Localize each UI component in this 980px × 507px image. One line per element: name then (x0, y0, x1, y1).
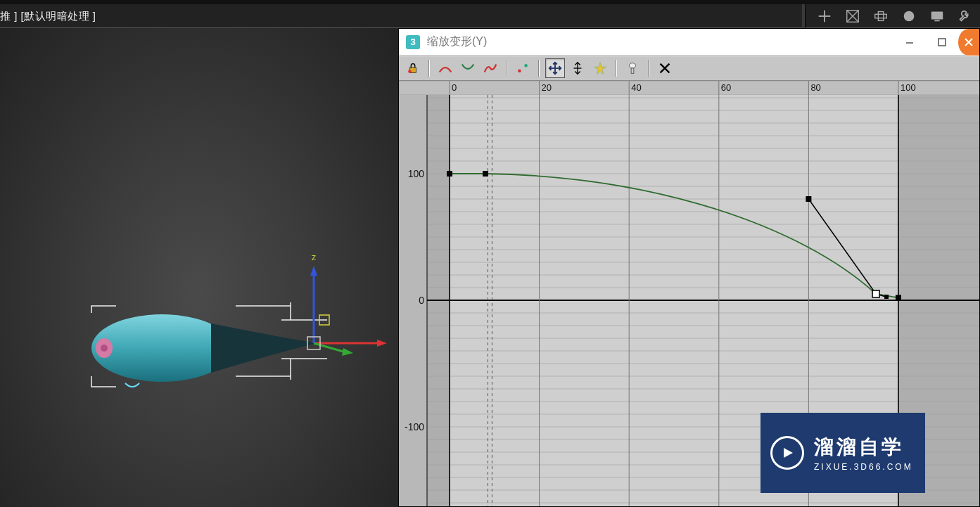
y-tick-label: 0 (419, 295, 424, 306)
svg-point-5 (904, 11, 915, 21)
x-tick-label: 20 (542, 82, 552, 93)
sphere-icon[interactable] (900, 7, 918, 25)
add-icon[interactable] (815, 7, 834, 25)
app-icon: 3 (406, 35, 420, 49)
mirror-icon[interactable] (623, 58, 642, 78)
svg-rect-93 (872, 290, 879, 297)
svg-rect-3 (875, 14, 887, 18)
svg-marker-31 (594, 63, 606, 75)
x-tick-label: 80 (810, 82, 820, 93)
svg-point-25 (518, 69, 521, 72)
svg-line-13 (314, 343, 343, 352)
x-tick-label: 0 (452, 82, 457, 93)
title-bar: 推 ] [默认明暗处理 ] (0, 4, 802, 28)
svg-point-26 (524, 64, 528, 68)
watermark: 溜溜自学 ZIXUE.3D66.COM (761, 413, 925, 493)
svg-rect-91 (447, 171, 452, 177)
lock-icon[interactable] (403, 58, 423, 78)
svg-rect-88 (806, 196, 811, 202)
align-icon[interactable] (872, 7, 890, 25)
top-toolbar (805, 4, 980, 28)
curve-ease-icon[interactable] (458, 58, 478, 78)
edit-uv-icon[interactable] (844, 7, 862, 25)
scale-v-icon[interactable] (568, 58, 587, 78)
window-title: 缩放变形(Y) (427, 34, 487, 49)
snap-icon[interactable] (590, 58, 610, 78)
point-icon[interactable] (513, 58, 533, 78)
curve-smooth-icon[interactable] (435, 58, 455, 78)
watermark-logo-icon (770, 436, 804, 470)
title-text: 推 ] [默认明暗处理 ] (0, 10, 96, 23)
svg-marker-16 (310, 266, 317, 276)
maximize-button[interactable] (926, 29, 958, 56)
svg-rect-7 (934, 20, 939, 21)
wrench-icon[interactable] (956, 7, 974, 25)
curve-step-icon[interactable] (481, 58, 500, 78)
svg-marker-95 (784, 448, 793, 458)
watermark-cn: 溜溜自学 (814, 434, 913, 461)
svg-rect-4 (878, 11, 883, 20)
svg-marker-14 (342, 348, 353, 356)
svg-point-32 (629, 63, 635, 68)
y-tick-label: 100 (408, 168, 425, 179)
svg-rect-92 (483, 171, 488, 177)
close-button[interactable] (958, 29, 979, 56)
svg-rect-6 (931, 11, 943, 19)
svg-rect-20 (938, 39, 946, 46)
watermark-en: ZIXUE.3D66.COM (814, 462, 913, 472)
move-icon[interactable] (545, 58, 565, 78)
svg-rect-94 (896, 295, 901, 300)
svg-rect-37 (399, 81, 979, 95)
monitor-icon[interactable] (928, 7, 946, 25)
delete-icon[interactable] (655, 58, 675, 78)
viewport-3d[interactable]: z (0, 28, 398, 507)
svg-point-24 (408, 70, 412, 73)
svg-point-10 (101, 345, 108, 352)
x-tick-label: 60 (721, 82, 731, 93)
svg-marker-12 (377, 340, 387, 347)
window-titlebar[interactable]: 3 缩放变形(Y) (399, 29, 979, 56)
gizmo-z-label: z (312, 252, 317, 262)
x-tick-label: 100 (901, 82, 916, 93)
deform-toolbar (399, 56, 979, 81)
y-tick-label: -100 (405, 421, 424, 432)
svg-rect-90 (884, 295, 889, 299)
minimize-button[interactable] (893, 29, 926, 56)
svg-rect-33 (631, 68, 634, 73)
x-tick-label: 40 (631, 82, 641, 93)
